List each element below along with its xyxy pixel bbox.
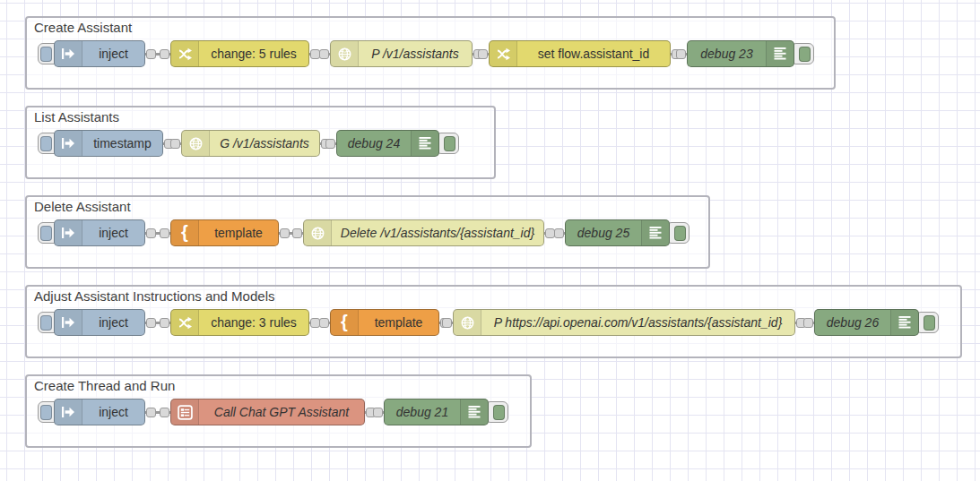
debug-lines-icon <box>641 220 669 245</box>
node-label: timestamp <box>82 131 162 156</box>
node-debug-21[interactable]: debug 21 <box>384 399 489 425</box>
inject-button[interactable] <box>40 136 52 151</box>
group-label: Adjust Assistant Instructions and Models <box>34 288 274 304</box>
shuffle-icon <box>171 41 199 66</box>
group-label: Create Assistant <box>34 20 132 35</box>
node-label: inject <box>82 310 144 335</box>
input-port[interactable] <box>170 139 180 149</box>
node-label: template <box>199 220 278 245</box>
node-debug-25[interactable]: debug 25 <box>565 219 670 246</box>
input-port[interactable] <box>325 139 335 149</box>
inject-arrow-icon <box>55 310 82 335</box>
inject-button[interactable] <box>40 226 52 241</box>
input-port[interactable] <box>160 49 169 59</box>
output-port[interactable] <box>146 318 156 328</box>
inject-button[interactable] <box>40 315 52 331</box>
input-port[interactable] <box>319 49 329 59</box>
input-port[interactable] <box>803 318 813 328</box>
shuffle-icon <box>171 310 199 335</box>
curly-brace-icon: { <box>331 310 359 335</box>
node-inject[interactable]: inject <box>54 309 145 336</box>
inject-arrow-icon <box>55 220 82 245</box>
curly-brace-icon: { <box>171 220 199 245</box>
inject-button[interactable] <box>40 47 52 62</box>
node-label: G /v1/assistants <box>210 131 319 156</box>
output-port[interactable] <box>146 49 156 59</box>
input-port[interactable] <box>478 49 488 59</box>
node-label: set flow.assistant_id <box>517 41 670 66</box>
node-label: change: 3 rules <box>199 310 308 335</box>
node-inject[interactable]: inject <box>54 399 145 425</box>
node-set-flow-assistant-id[interactable]: set flow.assistant_id <box>489 40 671 67</box>
node-inject[interactable]: inject <box>54 219 145 246</box>
curly-brace-icon: { <box>341 313 348 331</box>
node-change-3-rules[interactable]: change: 3 rules <box>170 309 309 336</box>
debug-toggle-button[interactable] <box>799 47 811 62</box>
node-template[interactable]: {template <box>170 219 279 246</box>
node-debug-24[interactable]: debug 24 <box>336 130 439 157</box>
debug-lines-icon <box>766 41 794 66</box>
inject-button[interactable] <box>40 405 52 420</box>
input-port[interactable] <box>292 228 302 238</box>
node-p-https-api-openai-com-v1-assistants-assistant-id[interactable]: P https://api.openai.com/v1/assistants/{… <box>453 309 795 336</box>
debug-toggle-button[interactable] <box>493 405 505 420</box>
node-label: debug 21 <box>385 399 460 425</box>
debug-toggle-button[interactable] <box>924 315 935 331</box>
node-label: inject <box>82 220 144 245</box>
inject-arrow-icon <box>55 131 82 156</box>
node-label: inject <box>82 399 144 425</box>
input-port[interactable] <box>160 318 169 328</box>
node-label: Delete /v1/assistants/{assistant_id} <box>332 220 543 245</box>
node-call-chat-gpt-assistant[interactable]: Call Chat GPT Assistant <box>170 399 365 425</box>
node-label: debug 24 <box>337 131 411 156</box>
debug-toggle-button[interactable] <box>444 136 455 151</box>
node-g-v1-assistants[interactable]: G /v1/assistants <box>181 130 320 157</box>
output-port[interactable] <box>146 408 156 417</box>
globe-icon <box>304 220 332 245</box>
inject-arrow-icon <box>55 399 82 425</box>
debug-lines-icon <box>411 131 438 156</box>
curly-brace-icon: { <box>181 223 188 241</box>
node-label: Call Chat GPT Assistant <box>199 399 364 425</box>
node-p-v1-assistants[interactable]: P /v1/assistants <box>330 40 473 67</box>
input-port[interactable] <box>373 408 383 417</box>
subflow-icon <box>171 399 199 425</box>
input-port[interactable] <box>160 408 169 417</box>
node-label: debug 25 <box>566 220 641 245</box>
group-label: Create Thread and Run <box>34 378 175 393</box>
node-label: change: 5 rules <box>199 41 308 66</box>
node-label: P https://api.openai.com/v1/assistants/{… <box>481 310 794 335</box>
node-label: inject <box>82 41 144 66</box>
flow-canvas[interactable]: Create Assistantinjectchange: 5 rulesP /… <box>0 0 980 481</box>
node-label: debug 23 <box>688 41 766 66</box>
input-port[interactable] <box>160 228 169 238</box>
input-port[interactable] <box>554 228 564 238</box>
group-label: List Assistants <box>34 109 119 125</box>
node-label: P /v1/assistants <box>359 41 472 66</box>
output-port[interactable] <box>146 228 156 238</box>
inject-arrow-icon <box>55 41 82 66</box>
node-label: debug 26 <box>815 310 890 335</box>
globe-icon <box>182 131 210 156</box>
input-port[interactable] <box>319 318 329 328</box>
debug-lines-icon <box>890 310 918 335</box>
node-label: template <box>359 310 438 335</box>
shuffle-icon <box>490 41 517 66</box>
node-debug-23[interactable]: debug 23 <box>687 40 794 67</box>
group-label: Delete Assistant <box>34 199 131 214</box>
globe-icon <box>454 310 481 335</box>
output-port[interactable] <box>280 228 290 238</box>
input-port[interactable] <box>676 49 686 59</box>
node-delete-v1-assistants-assistant-id[interactable]: Delete /v1/assistants/{assistant_id} <box>303 219 544 246</box>
node-debug-26[interactable]: debug 26 <box>814 309 919 336</box>
node-template[interactable]: {template <box>330 309 439 336</box>
node-inject[interactable]: inject <box>54 40 145 67</box>
node-change-5-rules[interactable]: change: 5 rules <box>170 40 309 67</box>
globe-icon <box>331 41 359 66</box>
debug-lines-icon <box>460 399 488 425</box>
debug-toggle-button[interactable] <box>674 226 686 241</box>
input-port[interactable] <box>442 318 452 328</box>
node-timestamp[interactable]: timestamp <box>54 130 163 157</box>
